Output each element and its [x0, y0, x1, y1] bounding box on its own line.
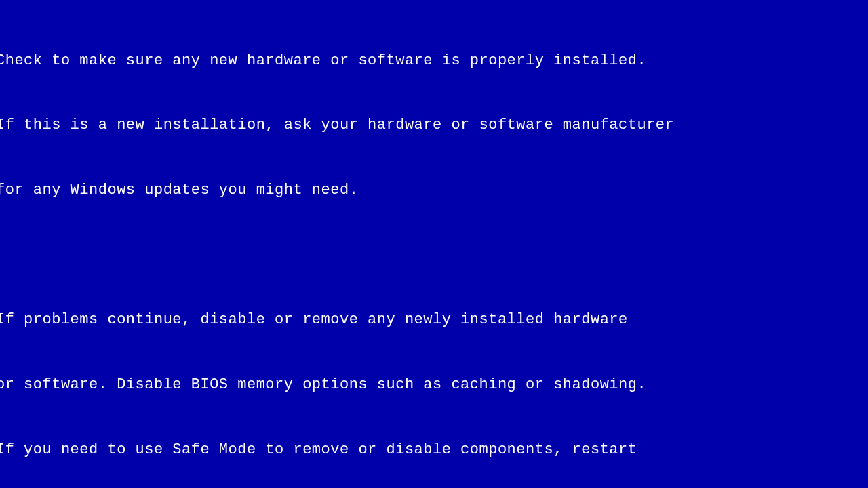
- bsod-line-instructions-3: for any Windows updates you might need.: [0, 180, 868, 201]
- bsod-line-instructions-6: If you need to use Safe Mode to remove o…: [0, 439, 868, 461]
- bsod-line-instructions-2: If this is a new installation, ask your …: [0, 115, 868, 136]
- bsod-line-instructions-5: or software. Disable BIOS memory options…: [0, 374, 868, 396]
- bsod-line-instructions-1: Check to make sure any new hardware or s…: [0, 50, 868, 72]
- bsod-line-instructions-4: If problems continue, disable or remove …: [0, 309, 868, 331]
- bsod-blank-line: [0, 245, 868, 266]
- bsod-screen: Check to make sure any new hardware or s…: [0, 7, 868, 488]
